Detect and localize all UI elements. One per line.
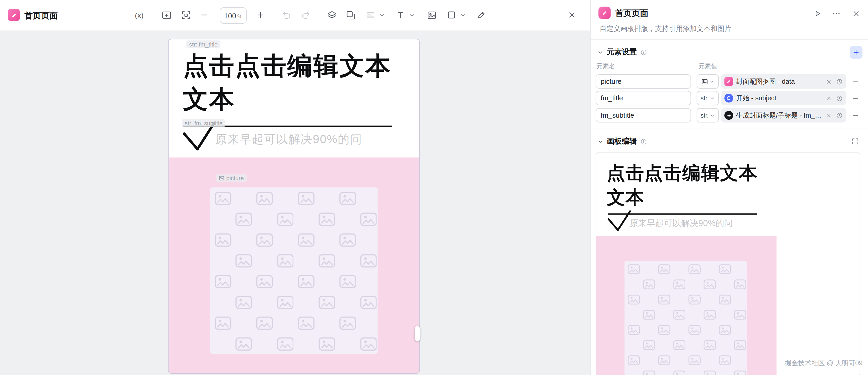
info-icon	[640, 49, 647, 56]
info-icon	[640, 138, 647, 145]
config-panel: 首页页面 自定义画板排版，支持引用添加文本和图片 元素设置 元素名 元素值	[590, 0, 868, 375]
zoom-unit: %	[237, 12, 243, 19]
app-logo-icon	[8, 9, 20, 21]
element-name-input[interactable]	[595, 108, 691, 123]
zoom-level-input[interactable]: 100 %	[220, 7, 247, 24]
run-button[interactable]	[811, 8, 823, 19]
chevron-down-icon[interactable]	[597, 138, 603, 145]
image-tool-button[interactable]	[424, 8, 439, 22]
fit-view-button[interactable]	[179, 8, 193, 22]
close-editor-button[interactable]	[564, 8, 579, 22]
app-window: 首页页面 (x) 100 %	[0, 0, 868, 375]
card-resize-handle[interactable]	[415, 326, 420, 341]
preview-title-text: 点击点击编辑文本 文本	[607, 161, 758, 210]
element-type-select[interactable]	[697, 74, 719, 89]
remove-element-button[interactable]	[850, 110, 860, 120]
remove-element-button[interactable]	[850, 93, 860, 103]
board-edit-header[interactable]: 画板编辑	[597, 136, 647, 146]
editor-area: 首页页面 (x) 100 %	[0, 0, 590, 375]
image-icon	[219, 175, 225, 181]
card-title-text[interactable]: 点击点击编辑文本 文本	[183, 50, 392, 116]
clear-value-icon[interactable]	[825, 79, 833, 85]
zoom-value: 100	[224, 11, 236, 20]
element-value-text: 生成封面标题/子标题 - fm_sub...	[736, 111, 822, 120]
text-tool-button[interactable]: T	[393, 8, 408, 22]
card-subtitle-text[interactable]: 原来早起可以解决90%的问	[215, 131, 362, 147]
pen-tool-button[interactable]	[474, 8, 489, 22]
undo-button[interactable]	[280, 8, 294, 22]
canvas-area[interactable]: str: fm_title 点击点击编辑文本 文本 str: fm_subtit…	[0, 30, 590, 375]
more-options-button[interactable]	[831, 8, 842, 19]
board-edit-title: 画板编辑	[607, 136, 637, 146]
element-row: 封面配图抠图 - data	[591, 74, 868, 89]
board-preview[interactable]: 点击点击编辑文本 文本 原来早起可以解决90%的问	[595, 153, 860, 375]
chevron-down-icon	[710, 96, 715, 101]
close-panel-button[interactable]	[850, 8, 861, 19]
zoom-out-button[interactable]	[197, 8, 211, 22]
element-settings-header[interactable]: 元素设置	[597, 47, 647, 57]
image-placeholder[interactable]	[210, 187, 378, 354]
element-row: str. 生成封面标题/子标题 - fm_sub...	[591, 108, 868, 123]
chevron-down-icon	[709, 79, 714, 84]
align-button[interactable]	[363, 8, 378, 22]
element-value-text: 封面配图抠图 - data	[736, 77, 822, 86]
zoom-in-button[interactable]	[253, 8, 268, 22]
history-icon[interactable]	[835, 95, 843, 102]
editor-toolbar: 首页页面 (x) 100 %	[0, 0, 590, 31]
panel-title: 首页页面	[615, 8, 648, 19]
element-type-select[interactable]: str.	[697, 91, 719, 105]
insert-variable-button[interactable]: (x)	[132, 8, 146, 22]
type-label: str.	[701, 112, 709, 119]
panel-logo-icon	[598, 6, 611, 19]
element-tag-fm-subtitle: str: fm_subtitle	[182, 119, 225, 127]
card-picture-zone[interactable]: picture	[169, 158, 419, 373]
expand-preview-button[interactable]	[850, 136, 860, 146]
shape-chevron-down-icon[interactable]	[460, 11, 466, 18]
shape-tool-button[interactable]	[444, 8, 459, 22]
element-tag-picture: picture	[216, 174, 246, 182]
add-element-button[interactable]	[849, 46, 863, 59]
chevron-down-icon[interactable]	[597, 49, 603, 55]
history-icon[interactable]	[835, 78, 843, 85]
layers-button[interactable]	[324, 8, 339, 22]
divider	[591, 39, 868, 40]
clear-value-icon[interactable]	[825, 113, 833, 119]
history-icon[interactable]	[835, 112, 843, 119]
element-name-input[interactable]	[595, 74, 691, 89]
clear-value-icon[interactable]	[825, 95, 833, 101]
insert-card-button[interactable]	[159, 8, 174, 22]
preview-picture-zone	[596, 236, 777, 375]
element-row: str. 开始 - subject	[591, 91, 868, 105]
column-label-name: 元素名	[596, 62, 616, 70]
remove-element-button[interactable]	[850, 76, 860, 86]
source-node-icon	[724, 94, 733, 103]
element-value-chip[interactable]: 封面配图抠图 - data	[721, 74, 846, 89]
page-title: 首页页面	[25, 0, 58, 30]
source-node-icon	[724, 111, 733, 120]
stack-order-button[interactable]	[343, 8, 358, 22]
chevron-down-icon	[710, 113, 715, 118]
element-settings-title: 元素设置	[607, 47, 637, 57]
align-chevron-down-icon[interactable]	[379, 11, 385, 18]
watermark-text: 掘金技术社区 @ 大明哥09	[785, 359, 863, 368]
element-name-input[interactable]	[595, 91, 691, 105]
type-label: str.	[701, 95, 709, 101]
element-value-chip[interactable]: 开始 - subject	[721, 91, 846, 105]
poster-card[interactable]: str: fm_title 点击点击编辑文本 文本 str: fm_subtit…	[168, 39, 420, 374]
source-node-icon	[724, 77, 733, 86]
preview-image-placeholder	[624, 261, 747, 375]
panel-description: 自定义画板排版，支持引用添加文本和图片	[599, 24, 731, 34]
text-chevron-down-icon[interactable]	[409, 11, 415, 18]
divider	[591, 129, 868, 129]
element-value-text: 开始 - subject	[736, 93, 822, 103]
element-type-select[interactable]: str.	[697, 108, 719, 123]
element-value-chip[interactable]: 生成封面标题/子标题 - fm_sub...	[721, 108, 846, 123]
column-label-value: 元素值	[698, 62, 717, 70]
image-type-icon	[701, 78, 708, 85]
preview-subtitle-text: 原来早起可以解决90%的问	[629, 218, 733, 229]
redo-button[interactable]	[299, 8, 313, 22]
element-tag-fm-title: str: fm_title	[186, 40, 220, 48]
